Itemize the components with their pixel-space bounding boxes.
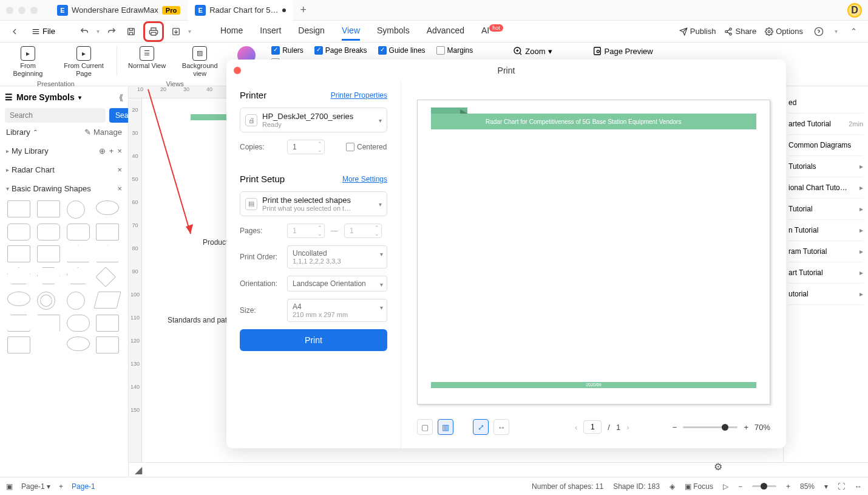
- close-icon[interactable]: ×: [117, 184, 122, 193]
- panel-item[interactable]: ional Chart Tuto…▸: [788, 177, 863, 199]
- zoom-dropdown[interactable]: Zoom▾: [513, 46, 552, 56]
- shape-donut[interactable]: [37, 292, 55, 310]
- tab-ai[interactable]: AIhot: [481, 22, 503, 41]
- close-icon[interactable]: ×: [117, 165, 122, 174]
- library-row[interactable]: Library⌃ ✎ Manage: [5, 123, 123, 142]
- back-button[interactable]: [7, 24, 22, 39]
- size-select[interactable]: A4 210 mm x 297 mm ▾: [287, 299, 387, 322]
- single-page-button[interactable]: ▢: [417, 419, 433, 435]
- manage-button[interactable]: ✎ Manage: [84, 128, 122, 137]
- layout-icon[interactable]: ▣: [6, 482, 13, 491]
- help-button[interactable]: [812, 24, 826, 39]
- shape-pentagon[interactable]: [7, 267, 30, 284]
- panel-item[interactable]: ed: [788, 92, 863, 114]
- tab-view[interactable]: View: [342, 22, 360, 41]
- fit-width-icon[interactable]: ↔: [855, 482, 862, 491]
- shape-ellipse[interactable]: [96, 200, 119, 215]
- my-library-row[interactable]: ▸My Library ⊕+×: [5, 142, 123, 160]
- rulers-checkbox[interactable]: Rulers: [271, 46, 303, 55]
- fit-width-button[interactable]: ↔: [493, 419, 509, 435]
- next-page-button[interactable]: ›: [626, 423, 629, 432]
- print-submit-button[interactable]: Print: [240, 329, 387, 351]
- eyedropper-icon[interactable]: ◢: [135, 464, 142, 476]
- shape-square[interactable]: [7, 200, 30, 217]
- shape-star[interactable]: [37, 336, 60, 353]
- settings-gear-icon[interactable]: ⚙: [714, 461, 728, 476]
- normal-view-button[interactable]: ☰Normal View: [128, 46, 166, 78]
- two-page-button[interactable]: ▥: [438, 419, 453, 435]
- fit-button[interactable]: ⤢: [473, 419, 489, 435]
- shape-rounded-square[interactable]: [7, 224, 30, 241]
- shape-diamond[interactable]: [95, 267, 116, 287]
- panel-item[interactable]: arted Tutorial2min: [788, 114, 863, 135]
- panel-item[interactable]: Common Diagrams: [788, 135, 863, 156]
- page-to-input[interactable]: 1: [344, 224, 382, 238]
- radar-chart-row[interactable]: ▸Radar Chart ×: [5, 160, 123, 179]
- redo-button[interactable]: [104, 24, 119, 39]
- panel-item[interactable]: Tutorial▸: [788, 199, 863, 220]
- add-page-button[interactable]: +: [59, 482, 63, 491]
- shape-trapezoid[interactable]: [7, 315, 30, 332]
- publish-button[interactable]: Publish: [679, 27, 716, 36]
- shape-trap[interactable]: [7, 245, 30, 262]
- zoom-slider[interactable]: [683, 426, 737, 428]
- options-button[interactable]: Options: [765, 27, 803, 36]
- shape-triangle2[interactable]: [96, 245, 119, 262]
- panel-item[interactable]: art Tutorial▸: [788, 262, 863, 284]
- search-button[interactable]: Search: [109, 108, 129, 123]
- play-icon[interactable]: ▷: [723, 482, 728, 491]
- plus-icon[interactable]: +: [109, 146, 114, 155]
- shape-ellipse2[interactable]: [7, 292, 30, 306]
- centered-checkbox[interactable]: Centered: [346, 143, 387, 151]
- shape-parallelogram[interactable]: [93, 292, 121, 309]
- zoom-slider[interactable]: [752, 485, 776, 487]
- undo-button[interactable]: [77, 24, 92, 39]
- new-tab-button[interactable]: +: [293, 4, 314, 16]
- zoom-out[interactable]: −: [738, 482, 742, 491]
- panel-item[interactable]: ram Tutorial▸: [788, 241, 863, 262]
- close-icon[interactable]: ×: [117, 146, 122, 155]
- shape-misc[interactable]: [96, 336, 119, 353]
- shape-frame[interactable]: [37, 245, 60, 262]
- guide-lines-checkbox[interactable]: Guide lines: [378, 46, 426, 55]
- panel-item[interactable]: utorial▸: [788, 284, 863, 305]
- shape-right-triangle[interactable]: [37, 315, 60, 332]
- share-button[interactable]: Share: [724, 27, 756, 36]
- minimize-window[interactable]: [18, 7, 25, 14]
- shape-rect[interactable]: [37, 200, 60, 217]
- shape-triangle[interactable]: [67, 245, 90, 262]
- print-scope-select[interactable]: ▤ Print the selected shapes Print what y…: [240, 191, 387, 216]
- zoom-window[interactable]: [30, 7, 38, 14]
- panel-item[interactable]: n Tutorial▸: [788, 220, 863, 241]
- focus-button[interactable]: ▣ Focus: [685, 482, 713, 491]
- tab-document[interactable]: E Radar Chart for 5…: [188, 0, 293, 21]
- zoom-in-button[interactable]: +: [744, 423, 748, 432]
- page-selector[interactable]: Page-1 ▾: [21, 482, 50, 491]
- add-icon[interactable]: ⊕: [99, 146, 106, 155]
- page-preview-button[interactable]: Page Preview: [592, 46, 653, 56]
- file-menu[interactable]: File: [27, 24, 60, 38]
- shape-pill[interactable]: [67, 315, 90, 332]
- tab-app[interactable]: E Wondershare EdrawMax Pro: [50, 0, 188, 21]
- margins-checkbox[interactable]: Margins: [436, 46, 473, 55]
- basic-shapes-row[interactable]: ▾Basic Drawing Shapes ×: [5, 179, 123, 198]
- tab-design[interactable]: Design: [298, 22, 325, 41]
- close-dialog-button[interactable]: [234, 67, 241, 74]
- background-view-button[interactable]: ▨Background view: [178, 46, 222, 78]
- printer-properties-link[interactable]: Printer Properties: [331, 91, 387, 100]
- shape-circle[interactable]: [67, 200, 85, 219]
- search-input[interactable]: [5, 108, 106, 123]
- tab-symbols[interactable]: Symbols: [377, 22, 410, 41]
- shape-rect2[interactable]: [96, 315, 119, 332]
- shape-card[interactable]: [96, 224, 119, 241]
- save-button[interactable]: [124, 24, 138, 39]
- shape-rounded-rect[interactable]: [37, 224, 60, 241]
- zoom-out-button[interactable]: −: [673, 423, 677, 432]
- collapse-sidebar-button[interactable]: ⟪: [119, 93, 123, 102]
- shape-circle2[interactable]: [67, 292, 85, 310]
- more-settings-link[interactable]: More Settings: [342, 175, 387, 183]
- fit-page-icon[interactable]: ⛶: [838, 482, 845, 491]
- shape-pentagon2[interactable]: [67, 267, 90, 284]
- page-tab[interactable]: Page-1: [72, 482, 95, 491]
- print-order-select[interactable]: Uncollated 1,1,1 2,2,2 3,3,3 ▾: [287, 245, 387, 268]
